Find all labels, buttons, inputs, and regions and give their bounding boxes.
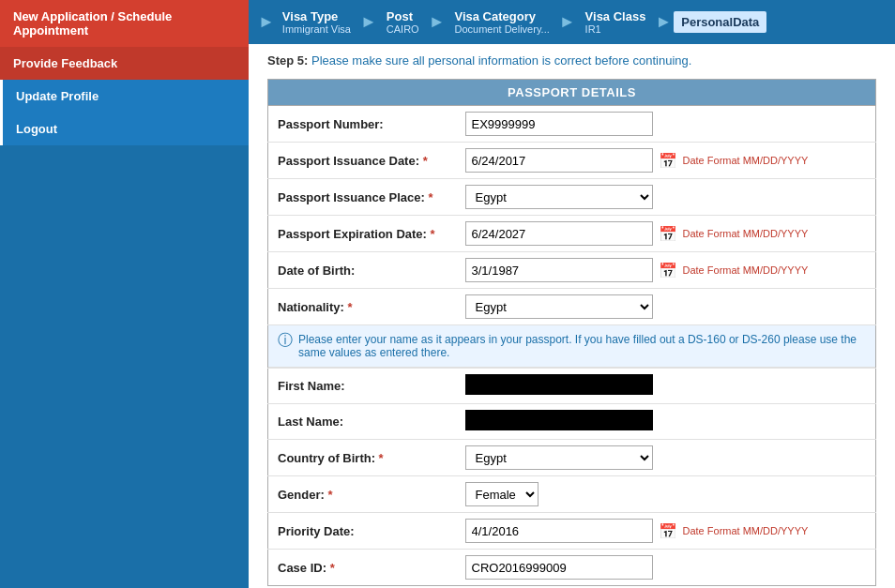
passport-expiration-date-row: Passport Expiration Date: * 📅 Date Forma…: [268, 216, 876, 252]
passport-number-label: Passport Number:: [268, 106, 456, 143]
step-arrow-1: ►: [360, 12, 377, 32]
nationality-select[interactable]: Egypt: [465, 294, 653, 319]
passport-issuance-date-label: Passport Issuance Date: *: [268, 143, 456, 179]
passport-issuance-place-row: Passport Issuance Place: * Egypt: [268, 179, 876, 216]
step-arrow-4: ►: [655, 12, 672, 32]
last-name-redacted: [465, 410, 653, 430]
nationality-label: Nationality: *: [268, 289, 456, 325]
date-of-birth-label: Date of Birth:: [268, 252, 456, 289]
required-star: *: [431, 227, 435, 241]
case-id-label: Case ID: *: [268, 550, 456, 586]
required-star: *: [379, 451, 384, 465]
passport-number-row: Passport Number:: [268, 106, 876, 143]
passport-issuance-date-row: Passport Issuance Date: * 📅 Date Format …: [268, 143, 876, 179]
calendar-icon[interactable]: 📅: [659, 262, 677, 279]
sidebar-item-provide-feedback[interactable]: Provide Feedback: [0, 47, 249, 80]
info-icon: ⓘ: [278, 333, 293, 348]
sidebar-item-new-application[interactable]: New Application / Schedule Appointment: [0, 0, 249, 47]
sidebar-item-logout[interactable]: Logout: [0, 113, 249, 145]
step-visa-class[interactable]: Visa Class IR1: [578, 6, 654, 38]
passport-expiration-date-input[interactable]: [465, 221, 653, 246]
calendar-icon[interactable]: 📅: [659, 225, 677, 243]
first-name-label: First Name:: [268, 369, 456, 404]
nationality-row: Nationality: * Egypt: [268, 289, 876, 325]
chevron-right-icon: ►: [258, 12, 275, 32]
passport-expiration-date-label: Passport Expiration Date: *: [268, 216, 456, 252]
passport-form: Passport Number: Passport Issuance Date:…: [267, 105, 876, 586]
step-visa-type[interactable]: Visa Type Immigrant Visa: [275, 6, 358, 38]
date-format-label: Date Format MM/DD/YYYY: [683, 155, 809, 166]
required-star: *: [428, 190, 432, 204]
gender-label: Gender: *: [268, 476, 456, 513]
passport-number-field-cell: [456, 106, 876, 143]
step-arrow-3: ►: [559, 12, 576, 32]
date-format-label: Date Format MM/DD/YYYY: [683, 264, 809, 276]
passport-issuance-date-field: 📅 Date Format MM/DD/YYYY: [465, 148, 867, 173]
date-of-birth-input[interactable]: [465, 258, 653, 282]
step-arrow-2: ►: [429, 12, 446, 32]
date-format-label: Date Format MM/DD/YYYY: [683, 525, 809, 536]
main-content: ► Visa Type Immigrant Visa ► Post CAIRO …: [249, 0, 895, 588]
section-header: PASSPORT DETAILS: [267, 79, 876, 105]
case-id-input[interactable]: [465, 555, 653, 580]
step-personal-data[interactable]: PersonalData: [674, 11, 766, 33]
country-of-birth-label: Country of Birth: *: [268, 440, 456, 476]
country-of-birth-select[interactable]: Egypt: [465, 445, 653, 470]
required-star: *: [347, 300, 352, 314]
sidebar: New Application / Schedule Appointment P…: [0, 0, 249, 588]
passport-issuance-place-label: Passport Issuance Place: *: [268, 179, 456, 216]
gender-row: Gender: * Female Male: [268, 476, 876, 513]
calendar-icon[interactable]: 📅: [659, 522, 677, 540]
date-of-birth-field: 📅 Date Format MM/DD/YYYY: [465, 258, 867, 282]
required-star: *: [327, 488, 332, 502]
calendar-icon[interactable]: 📅: [659, 152, 677, 170]
last-name-label: Last Name:: [268, 404, 456, 440]
date-of-birth-row: Date of Birth: 📅 Date Format MM/DD/YYYY: [268, 252, 876, 289]
step-instruction: Step 5: Please make sure all personal in…: [267, 53, 876, 68]
case-id-row: Case ID: *: [268, 550, 876, 586]
steps-bar: ► Visa Type Immigrant Visa ► Post CAIRO …: [249, 0, 895, 44]
info-message-row: ⓘ Please enter your name as it appears i…: [268, 325, 876, 369]
last-name-row: Last Name:: [268, 404, 876, 440]
passport-issuance-date-input[interactable]: [465, 148, 653, 173]
first-name-row: First Name:: [268, 369, 876, 404]
step-post[interactable]: Post CAIRO: [379, 6, 427, 38]
priority-date-label: Priority Date:: [268, 513, 456, 550]
date-format-label: Date Format MM/DD/YYYY: [683, 228, 809, 239]
country-of-birth-row: Country of Birth: * Egypt: [268, 440, 876, 476]
passport-issuance-place-select[interactable]: Egypt: [465, 185, 653, 209]
required-star: *: [423, 154, 428, 168]
passport-expiration-date-field: 📅 Date Format MM/DD/YYYY: [465, 221, 867, 246]
priority-date-field: 📅 Date Format MM/DD/YYYY: [465, 519, 867, 543]
priority-date-row: Priority Date: 📅 Date Format MM/DD/YYYY: [268, 513, 876, 550]
info-box: ⓘ Please enter your name as it appears i…: [268, 325, 875, 368]
passport-number-input[interactable]: [465, 112, 653, 136]
step-visa-category[interactable]: Visa Category Document Delivery...: [447, 6, 556, 38]
required-star: *: [330, 561, 335, 575]
gender-select[interactable]: Female Male: [465, 482, 539, 506]
first-name-redacted: [465, 374, 653, 395]
priority-date-input[interactable]: [465, 519, 653, 543]
info-message-text: Please enter your name as it appears in …: [298, 333, 866, 359]
sidebar-item-update-profile[interactable]: Update Profile: [0, 80, 249, 113]
content-area: Step 5: Please make sure all personal in…: [249, 44, 895, 588]
